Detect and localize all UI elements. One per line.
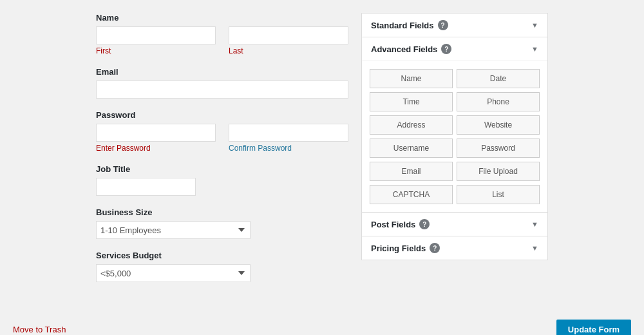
standard-fields-header[interactable]: Standard Fields ? ▼ bbox=[362, 14, 547, 37]
advanced-fields-section: Advanced Fields ? ▼ NameDateTimePhoneAdd… bbox=[361, 37, 548, 213]
confirm-password-wrap: Confirm Password bbox=[229, 124, 348, 153]
advanced-field-btn-date[interactable]: Date bbox=[457, 69, 540, 88]
password-field-group: Password Enter Password Confirm Password bbox=[96, 110, 348, 153]
right-panel: Standard Fields ? ▼ Advanced Fields ? ▼ bbox=[361, 13, 548, 294]
first-name-sublabel: First bbox=[96, 46, 216, 55]
last-name-wrap: Last bbox=[229, 26, 348, 55]
advanced-field-btn-address[interactable]: Address bbox=[370, 115, 453, 135]
first-name-input[interactable] bbox=[96, 26, 216, 44]
advanced-fields-label: Advanced Fields bbox=[371, 44, 437, 54]
advanced-fields-chevron: ▼ bbox=[531, 45, 538, 53]
password-label: Password bbox=[96, 110, 348, 120]
email-label: Email bbox=[96, 67, 348, 77]
advanced-fields-grid: NameDateTimePhoneAddressWebsiteUsernameP… bbox=[370, 69, 540, 204]
business-size-select[interactable]: 1-10 Employees 11-50 Employees 51-200 Em… bbox=[96, 221, 251, 239]
standard-fields-help-icon[interactable]: ? bbox=[438, 20, 448, 30]
bottom-bar: Move to Trash Update Form bbox=[0, 320, 644, 335]
services-budget-select[interactable]: <$5,000 $5,000-$10,000 $10,000-$50,000 $… bbox=[96, 264, 251, 282]
advanced-fields-header[interactable]: Advanced Fields ? ▼ bbox=[362, 37, 547, 61]
services-budget-label: Services Budget bbox=[96, 251, 348, 260]
advanced-field-btn-captcha[interactable]: CAPTCHA bbox=[370, 185, 453, 204]
left-panel: Name First Last Email bbox=[96, 13, 348, 294]
business-size-label: Business Size bbox=[96, 207, 348, 217]
advanced-field-btn-website[interactable]: Website bbox=[457, 115, 540, 135]
pricing-fields-header[interactable]: Pricing Fields ? ▼ bbox=[362, 236, 547, 260]
pricing-fields-section: Pricing Fields ? ▼ bbox=[361, 236, 548, 260]
services-budget-field-group: Services Budget <$5,000 $5,000-$10,000 $… bbox=[96, 251, 348, 282]
job-title-label: Job Title bbox=[96, 164, 348, 174]
advanced-field-btn-name[interactable]: Name bbox=[370, 69, 453, 88]
job-title-input[interactable] bbox=[96, 178, 196, 196]
name-field-group: Name First Last bbox=[96, 13, 348, 55]
pricing-fields-chevron: ▼ bbox=[531, 244, 538, 252]
first-name-wrap: First bbox=[96, 26, 216, 55]
last-name-input[interactable] bbox=[229, 26, 348, 44]
last-name-sublabel: Last bbox=[229, 46, 348, 55]
confirm-password-input[interactable] bbox=[229, 124, 348, 142]
post-fields-header[interactable]: Post Fields ? ▼ bbox=[362, 213, 547, 236]
advanced-field-btn-list[interactable]: List bbox=[457, 185, 540, 204]
advanced-field-btn-email[interactable]: Email bbox=[370, 162, 453, 181]
advanced-fields-body: NameDateTimePhoneAddressWebsiteUsernameP… bbox=[362, 61, 547, 212]
advanced-field-btn-password[interactable]: Password bbox=[457, 139, 540, 158]
enter-password-wrap: Enter Password bbox=[96, 124, 216, 153]
confirm-password-sublabel: Confirm Password bbox=[229, 144, 348, 153]
business-size-field-group: Business Size 1-10 Employees 11-50 Emplo… bbox=[96, 207, 348, 239]
email-input[interactable] bbox=[96, 81, 348, 99]
post-fields-section: Post Fields ? ▼ bbox=[361, 213, 548, 236]
enter-password-input[interactable] bbox=[96, 124, 216, 142]
post-fields-chevron: ▼ bbox=[531, 220, 538, 228]
advanced-field-btn-time[interactable]: Time bbox=[370, 92, 453, 111]
job-title-field-group: Job Title bbox=[96, 164, 348, 196]
advanced-field-btn-file-upload[interactable]: File Upload bbox=[457, 162, 540, 181]
enter-password-sublabel: Enter Password bbox=[96, 144, 216, 153]
post-fields-label: Post Fields bbox=[371, 220, 415, 229]
standard-fields-chevron: ▼ bbox=[531, 21, 538, 29]
standard-fields-section: Standard Fields ? ▼ bbox=[361, 13, 548, 37]
standard-fields-label: Standard Fields bbox=[371, 21, 434, 30]
update-form-button[interactable]: Update Form bbox=[556, 320, 631, 335]
advanced-field-btn-username[interactable]: Username bbox=[370, 139, 453, 158]
advanced-field-btn-phone[interactable]: Phone bbox=[457, 92, 540, 111]
name-label: Name bbox=[96, 13, 348, 23]
advanced-fields-help-icon[interactable]: ? bbox=[441, 44, 451, 54]
move-to-trash-link[interactable]: Move to Trash bbox=[13, 325, 66, 334]
pricing-fields-label: Pricing Fields bbox=[371, 244, 426, 253]
post-fields-help-icon[interactable]: ? bbox=[419, 219, 430, 229]
email-field-group: Email bbox=[96, 67, 348, 99]
pricing-fields-help-icon[interactable]: ? bbox=[430, 243, 440, 253]
